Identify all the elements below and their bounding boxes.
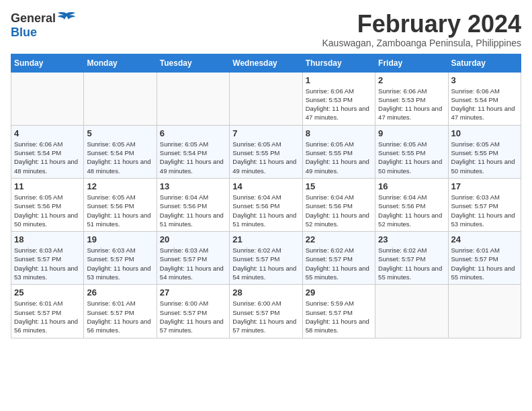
day-info: Sunrise: 6:03 AMSunset: 5:57 PMDaylight:… <box>87 246 153 281</box>
day-number: 20 <box>160 234 226 244</box>
day-info: Sunrise: 5:59 AMSunset: 5:57 PMDaylight:… <box>306 299 372 334</box>
day-number: 13 <box>160 181 226 191</box>
calendar-cell: 23Sunrise: 6:02 AMSunset: 5:57 PMDayligh… <box>375 232 448 285</box>
day-info: Sunrise: 6:02 AMSunset: 5:57 PMDaylight:… <box>232 246 299 281</box>
day-number: 26 <box>87 287 153 298</box>
calendar-cell: 27Sunrise: 6:00 AMSunset: 5:57 PMDayligh… <box>157 285 229 338</box>
day-info: Sunrise: 6:05 AMSunset: 5:54 PMDaylight:… <box>87 140 153 175</box>
header-monday: Monday <box>84 54 157 72</box>
day-number: 18 <box>14 234 81 244</box>
day-number: 17 <box>451 181 518 191</box>
week-row-1: 1Sunrise: 6:06 AMSunset: 5:53 PMDaylight… <box>11 72 521 125</box>
day-number: 4 <box>14 128 81 138</box>
day-number: 15 <box>306 181 372 191</box>
calendar-cell: 16Sunrise: 6:04 AMSunset: 5:56 PMDayligh… <box>375 178 448 231</box>
day-number: 12 <box>87 181 153 191</box>
day-info: Sunrise: 6:06 AMSunset: 5:53 PMDaylight:… <box>306 87 372 122</box>
day-number: 22 <box>306 234 372 244</box>
calendar-cell: 1Sunrise: 6:06 AMSunset: 5:53 PMDaylight… <box>302 72 375 125</box>
calendar-cell: 5Sunrise: 6:05 AMSunset: 5:54 PMDaylight… <box>84 125 157 178</box>
day-info: Sunrise: 6:04 AMSunset: 5:56 PMDaylight:… <box>306 193 372 228</box>
day-number: 24 <box>451 234 518 244</box>
day-number: 23 <box>378 234 445 244</box>
calendar-cell: 15Sunrise: 6:04 AMSunset: 5:56 PMDayligh… <box>302 178 375 231</box>
day-info: Sunrise: 6:05 AMSunset: 5:54 PMDaylight:… <box>160 140 226 175</box>
calendar-cell <box>157 72 229 125</box>
day-info: Sunrise: 6:04 AMSunset: 5:56 PMDaylight:… <box>378 193 445 228</box>
day-info: Sunrise: 6:02 AMSunset: 5:57 PMDaylight:… <box>306 246 372 281</box>
day-number: 7 <box>232 128 299 138</box>
day-info: Sunrise: 6:00 AMSunset: 5:57 PMDaylight:… <box>232 299 299 334</box>
calendar-cell: 3Sunrise: 6:06 AMSunset: 5:54 PMDaylight… <box>448 72 521 125</box>
calendar-cell: 4Sunrise: 6:06 AMSunset: 5:54 PMDaylight… <box>11 125 84 178</box>
day-number: 29 <box>306 287 372 298</box>
week-row-2: 4Sunrise: 6:06 AMSunset: 5:54 PMDaylight… <box>11 125 521 178</box>
header-tuesday: Tuesday <box>157 54 229 72</box>
calendar-cell: 26Sunrise: 6:01 AMSunset: 5:57 PMDayligh… <box>84 285 157 338</box>
day-info: Sunrise: 6:02 AMSunset: 5:57 PMDaylight:… <box>378 246 445 281</box>
day-number: 1 <box>306 75 372 85</box>
calendar-cell: 11Sunrise: 6:05 AMSunset: 5:56 PMDayligh… <box>11 178 84 231</box>
calendar-cell: 6Sunrise: 6:05 AMSunset: 5:54 PMDaylight… <box>157 125 229 178</box>
calendar-title: February 2024 <box>322 11 521 38</box>
calendar-cell <box>448 285 521 338</box>
calendar-cell: 10Sunrise: 6:05 AMSunset: 5:55 PMDayligh… <box>448 125 521 178</box>
day-info: Sunrise: 6:04 AMSunset: 5:56 PMDaylight:… <box>160 193 226 228</box>
title-section: February 2024 Kauswagan, Zamboanga Penin… <box>322 11 521 48</box>
day-number: 9 <box>378 128 445 138</box>
calendar-cell: 8Sunrise: 6:05 AMSunset: 5:55 PMDaylight… <box>302 125 375 178</box>
calendar-cell: 9Sunrise: 6:05 AMSunset: 5:55 PMDaylight… <box>375 125 448 178</box>
calendar-cell: 20Sunrise: 6:03 AMSunset: 5:57 PMDayligh… <box>157 232 229 285</box>
day-info: Sunrise: 6:06 AMSunset: 5:54 PMDaylight:… <box>14 140 81 175</box>
day-number: 28 <box>232 287 299 298</box>
calendar-cell: 12Sunrise: 6:05 AMSunset: 5:56 PMDayligh… <box>84 178 157 231</box>
day-info: Sunrise: 6:05 AMSunset: 5:55 PMDaylight:… <box>378 140 445 175</box>
header-wednesday: Wednesday <box>230 54 302 72</box>
day-info: Sunrise: 6:04 AMSunset: 5:56 PMDaylight:… <box>232 193 299 228</box>
calendar-cell <box>375 285 448 338</box>
day-info: Sunrise: 6:05 AMSunset: 5:55 PMDaylight:… <box>306 140 372 175</box>
day-info: Sunrise: 6:05 AMSunset: 5:55 PMDaylight:… <box>451 140 518 175</box>
logo-general-text: General <box>11 11 56 26</box>
day-number: 5 <box>87 128 153 138</box>
day-info: Sunrise: 6:06 AMSunset: 5:53 PMDaylight:… <box>378 87 445 122</box>
calendar-cell: 13Sunrise: 6:04 AMSunset: 5:56 PMDayligh… <box>157 178 229 231</box>
calendar-cell: 17Sunrise: 6:03 AMSunset: 5:57 PMDayligh… <box>448 178 521 231</box>
calendar-cell: 24Sunrise: 6:01 AMSunset: 5:57 PMDayligh… <box>448 232 521 285</box>
day-number: 10 <box>451 128 518 138</box>
header-friday: Friday <box>375 54 448 72</box>
calendar-cell <box>84 72 157 125</box>
day-number: 21 <box>232 234 299 244</box>
logo-bird-icon <box>57 11 76 26</box>
header-thursday: Thursday <box>302 54 375 72</box>
day-info: Sunrise: 6:05 AMSunset: 5:56 PMDaylight:… <box>87 193 153 228</box>
week-row-4: 18Sunrise: 6:03 AMSunset: 5:57 PMDayligh… <box>11 232 521 285</box>
day-info: Sunrise: 6:01 AMSunset: 5:57 PMDaylight:… <box>451 246 518 281</box>
calendar-cell: 21Sunrise: 6:02 AMSunset: 5:57 PMDayligh… <box>230 232 302 285</box>
day-info: Sunrise: 6:03 AMSunset: 5:57 PMDaylight:… <box>14 246 81 281</box>
calendar-cell <box>230 72 302 125</box>
calendar-cell: 14Sunrise: 6:04 AMSunset: 5:56 PMDayligh… <box>230 178 302 231</box>
page-header: General Blue February 2024 Kauswagan, Za… <box>11 11 521 48</box>
day-number: 16 <box>378 181 445 191</box>
day-info: Sunrise: 6:03 AMSunset: 5:57 PMDaylight:… <box>451 193 518 228</box>
calendar-cell: 19Sunrise: 6:03 AMSunset: 5:57 PMDayligh… <box>84 232 157 285</box>
calendar-cell: 7Sunrise: 6:05 AMSunset: 5:55 PMDaylight… <box>230 125 302 178</box>
calendar-cell: 22Sunrise: 6:02 AMSunset: 5:57 PMDayligh… <box>302 232 375 285</box>
day-number: 19 <box>87 234 153 244</box>
calendar-cell: 29Sunrise: 5:59 AMSunset: 5:57 PMDayligh… <box>302 285 375 338</box>
week-row-3: 11Sunrise: 6:05 AMSunset: 5:56 PMDayligh… <box>11 178 521 231</box>
calendar-cell: 18Sunrise: 6:03 AMSunset: 5:57 PMDayligh… <box>11 232 84 285</box>
day-info: Sunrise: 6:05 AMSunset: 5:56 PMDaylight:… <box>14 193 81 228</box>
calendar-cell: 28Sunrise: 6:00 AMSunset: 5:57 PMDayligh… <box>230 285 302 338</box>
day-number: 25 <box>14 287 81 298</box>
day-number: 3 <box>451 75 518 85</box>
day-info: Sunrise: 6:05 AMSunset: 5:55 PMDaylight:… <box>232 140 299 175</box>
calendar-table: SundayMondayTuesdayWednesdayThursdayFrid… <box>11 54 521 338</box>
day-number: 11 <box>14 181 81 191</box>
day-number: 6 <box>160 128 226 138</box>
day-info: Sunrise: 6:01 AMSunset: 5:57 PMDaylight:… <box>14 299 81 334</box>
day-info: Sunrise: 6:06 AMSunset: 5:54 PMDaylight:… <box>451 87 518 122</box>
day-number: 14 <box>232 181 299 191</box>
calendar-header-row: SundayMondayTuesdayWednesdayThursdayFrid… <box>11 54 521 72</box>
